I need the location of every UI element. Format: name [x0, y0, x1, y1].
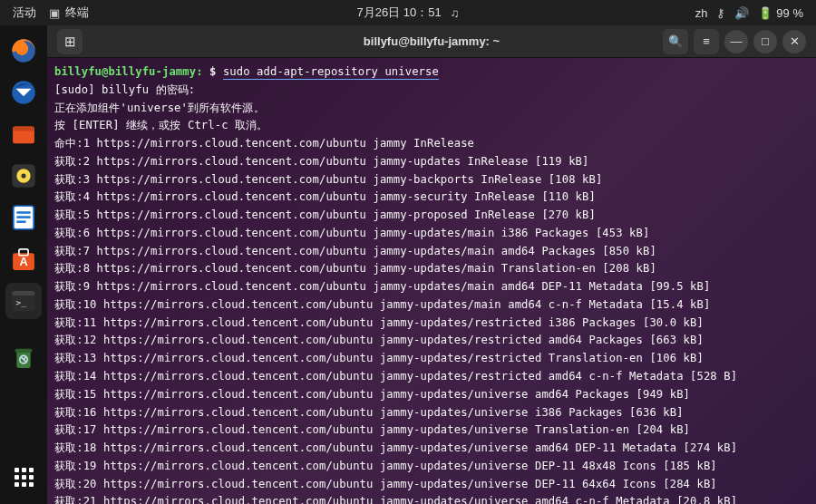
svg-text:A: A [19, 255, 27, 268]
svg-rect-16 [12, 291, 35, 296]
dock-libreoffice-writer[interactable] [5, 199, 42, 236]
terminal-line: 获取:13 https://mirrors.cloud.tencent.com/… [54, 350, 809, 368]
terminal-line: 获取:9 https://mirrors.cloud.tencent.com/u… [54, 278, 809, 296]
svg-rect-9 [16, 211, 30, 214]
dock-software-store[interactable]: A [5, 241, 42, 277]
prompt-symbol: $ [209, 65, 216, 78]
svg-rect-3 [13, 127, 34, 131]
window-titlebar[interactable]: ⊞ billyfu@billyfu-jammy: ~ 🔍 ≡ — □ ✕ [47, 25, 816, 58]
terminal-line: [sudo] billyfu 的密码: [54, 82, 809, 100]
hamburger-icon: ≡ [703, 34, 710, 48]
hamburger-menu-button[interactable]: ≡ [694, 29, 719, 54]
close-icon: ✕ [790, 34, 800, 48]
new-tab-button[interactable]: ⊞ [57, 29, 83, 54]
maximize-icon: □ [762, 34, 769, 48]
clock[interactable]: 7月26日 10：51 [357, 5, 442, 21]
minimize-icon: — [731, 34, 743, 48]
prompt-line: billyfu@billyfu-jammy: $ sudo add-apt-re… [54, 63, 809, 82]
terminal-line: 获取:10 https://mirrors.cloud.tencent.com/… [54, 296, 809, 315]
entered-command: sudo add-apt-repository universe [223, 65, 439, 80]
battery-icon: 🔋 [758, 6, 772, 20]
activities-button[interactable]: 活动 [13, 5, 36, 21]
prompt-user: billyfu@billyfu-jammy: [54, 65, 203, 78]
svg-text:>_: >_ [16, 297, 27, 307]
search-icon: 🔍 [668, 34, 683, 48]
maximize-button[interactable]: □ [753, 30, 777, 53]
terminal-line: 获取:2 https://mirrors.cloud.tencent.com/u… [54, 153, 809, 171]
terminal-line: 获取:18 https://mirrors.cloud.tencent.com/… [54, 440, 809, 458]
terminal-line: 获取:3 https://mirrors.cloud.tencent.com/u… [54, 171, 809, 189]
terminal-line: 获取:5 https://mirrors.cloud.tencent.com/u… [54, 207, 809, 225]
dock-files[interactable] [5, 116, 42, 152]
terminal-icon: ▣ [49, 6, 60, 20]
terminal-line: 命中:1 https://mirrors.cloud.tencent.com/u… [54, 135, 809, 153]
terminal-line: 获取:16 https://mirrors.cloud.tencent.com/… [54, 404, 809, 422]
terminal-output[interactable]: billyfu@billyfu-jammy: $ sudo add-apt-re… [47, 58, 816, 504]
battery-indicator[interactable]: 🔋 99 % [758, 6, 803, 20]
app-menu[interactable]: ▣ 终端 [49, 5, 89, 21]
plus-tab-icon: ⊞ [64, 34, 76, 50]
volume-icon[interactable]: 🔊 [734, 6, 749, 20]
terminal-line: 获取:15 https://mirrors.cloud.tencent.com/… [54, 386, 809, 404]
dock-trash[interactable] [5, 339, 42, 375]
terminal-window: ⊞ billyfu@billyfu-jammy: ~ 🔍 ≡ — □ ✕ bil… [47, 25, 816, 504]
terminal-line: 获取:6 https://mirrors.cloud.tencent.com/u… [54, 225, 809, 243]
terminal-line: 按 [ENTER] 继续，或按 Ctrl-c 取消。 [54, 117, 809, 135]
minimize-button[interactable]: — [724, 30, 748, 53]
terminal-line: 获取:7 https://mirrors.cloud.tencent.com/u… [54, 243, 809, 261]
svg-rect-19 [15, 349, 33, 353]
dock-rhythmbox[interactable] [5, 158, 42, 194]
input-language[interactable]: zh [695, 6, 708, 20]
svg-rect-10 [16, 216, 30, 218]
show-applications-button[interactable] [5, 459, 42, 495]
terminal-line: 获取:17 https://mirrors.cloud.tencent.com/… [54, 422, 809, 440]
close-button[interactable]: ✕ [782, 30, 806, 53]
terminal-line: 获取:12 https://mirrors.cloud.tencent.com/… [54, 332, 809, 350]
dock: A >_ [0, 25, 47, 504]
terminal-line: 获取:20 https://mirrors.cloud.tencent.com/… [54, 476, 809, 494]
app-menu-label: 终端 [65, 5, 89, 21]
notification-icon[interactable]: ♫ [451, 6, 460, 20]
terminal-line: 获取:21 https://mirrors.cloud.tencent.com/… [54, 493, 809, 504]
terminal-line: 获取:14 https://mirrors.cloud.tencent.com/… [54, 368, 809, 386]
window-title: billyfu@billyfu-jammy: ~ [364, 34, 500, 48]
terminal-line: 获取:19 https://mirrors.cloud.tencent.com/… [54, 458, 809, 476]
network-icon[interactable]: ⚷ [716, 6, 725, 20]
terminal-line: 获取:8 https://mirrors.cloud.tencent.com/u… [54, 260, 809, 278]
battery-label: 99 % [776, 6, 803, 20]
terminal-line: 正在添加组件'universe'到所有软件源。 [54, 100, 809, 118]
gnome-topbar: 活动 ▣ 终端 7月26日 10：51 ♫ zh ⚷ 🔊 🔋 99 % [0, 0, 816, 25]
terminal-line: 获取:4 https://mirrors.cloud.tencent.com/u… [54, 189, 809, 207]
svg-rect-11 [16, 220, 25, 223]
terminal-line: 获取:11 https://mirrors.cloud.tencent.com/… [54, 315, 809, 333]
svg-point-6 [21, 173, 25, 178]
dock-terminal[interactable]: >_ [5, 283, 42, 319]
dock-firefox[interactable] [5, 33, 42, 69]
dock-thunderbird[interactable] [5, 74, 42, 111]
search-button[interactable]: 🔍 [663, 29, 688, 54]
